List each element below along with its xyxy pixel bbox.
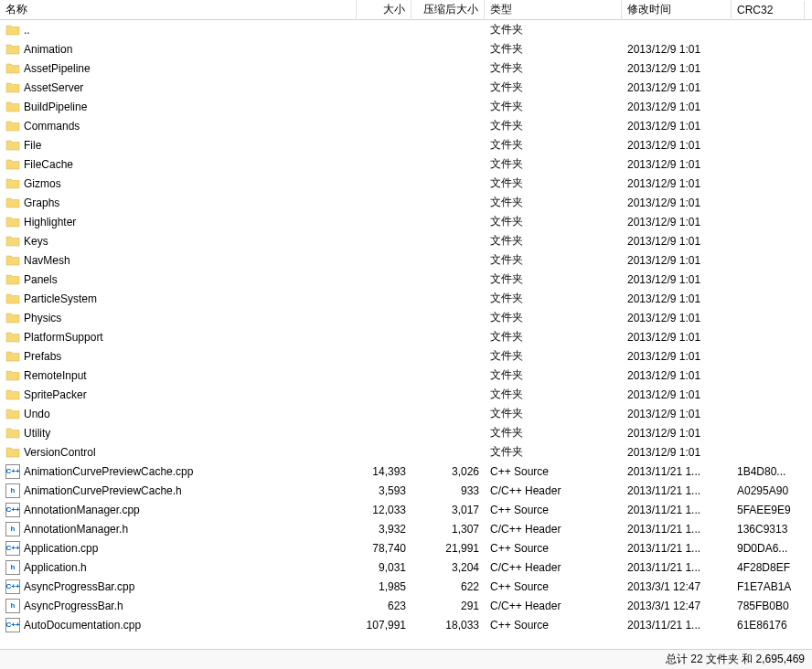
file-row[interactable]: Panels文件夹2013/12/9 1:01 bbox=[0, 270, 812, 289]
file-name: AnimationCurvePreviewCache.h bbox=[24, 484, 182, 497]
name-cell[interactable]: hAsyncProgressBar.h bbox=[0, 597, 357, 615]
name-cell[interactable]: Undo bbox=[0, 405, 357, 423]
file-row[interactable]: SpritePacker文件夹2013/12/9 1:01 bbox=[0, 385, 812, 404]
column-header-crc[interactable]: CRC32 bbox=[732, 1, 805, 19]
size-cell: 623 bbox=[357, 598, 411, 614]
file-name: Physics bbox=[24, 312, 61, 324]
column-header-type[interactable]: 类型 bbox=[485, 0, 622, 20]
name-cell[interactable]: Gizmos bbox=[0, 175, 357, 193]
file-row[interactable]: Keys文件夹2013/12/9 1:01 bbox=[0, 231, 812, 250]
type-cell: C/C++ Header bbox=[485, 559, 622, 576]
file-name: Undo bbox=[24, 408, 50, 420]
file-row[interactable]: hAnnotationManager.h3,9321,307C/C++ Head… bbox=[0, 519, 812, 538]
size-cell bbox=[357, 451, 411, 454]
file-row[interactable]: hAnimationCurvePreviewCache.h3,593933C/C… bbox=[0, 481, 812, 500]
file-row[interactable]: AssetPipeline文件夹2013/12/9 1:01 bbox=[0, 58, 812, 78]
name-cell[interactable]: Commands bbox=[0, 117, 357, 135]
name-cell[interactable]: PlatformSupport bbox=[0, 328, 357, 346]
name-cell[interactable]: AssetServer bbox=[0, 79, 357, 97]
compressed-cell bbox=[411, 278, 485, 281]
file-row[interactable]: Highlighter文件夹2013/12/9 1:01 bbox=[0, 212, 812, 231]
file-row[interactable]: Prefabs文件夹2013/12/9 1:01 bbox=[0, 346, 812, 366]
cpp-file-icon: C++ bbox=[5, 464, 20, 479]
size-cell bbox=[357, 259, 411, 262]
name-cell[interactable]: Animation bbox=[0, 40, 357, 58]
file-row[interactable]: C++AnimationCurvePreviewCache.cpp14,3933… bbox=[0, 462, 812, 481]
name-cell[interactable]: Physics bbox=[0, 309, 357, 327]
type-cell: 文件夹 bbox=[485, 346, 622, 366]
name-cell[interactable]: SpritePacker bbox=[0, 386, 357, 404]
column-header-name[interactable]: 名称 bbox=[0, 0, 357, 20]
crc-cell bbox=[732, 105, 805, 109]
name-cell[interactable]: hAnnotationManager.h bbox=[0, 520, 357, 538]
compressed-cell: 933 bbox=[411, 483, 485, 499]
name-cell[interactable]: Graphs bbox=[0, 194, 357, 212]
file-row[interactable]: C++Application.cpp78,74021,991C++ Source… bbox=[0, 538, 812, 558]
file-row[interactable]: C++AnnotationManager.cpp12,0333,017C++ S… bbox=[0, 500, 812, 519]
compressed-cell bbox=[411, 182, 485, 186]
crc-cell: 4F28D8EF bbox=[732, 559, 805, 576]
folder-icon bbox=[5, 119, 20, 133]
name-cell[interactable]: Highlighter bbox=[0, 213, 357, 231]
name-cell[interactable]: .. bbox=[0, 21, 357, 39]
file-row[interactable]: File文件夹2013/12/9 1:01 bbox=[0, 135, 812, 154]
file-row[interactable]: Undo文件夹2013/12/9 1:01 bbox=[0, 404, 812, 423]
file-row[interactable]: hApplication.h9,0313,204C/C++ Header2013… bbox=[0, 558, 812, 577]
file-list[interactable]: ..文件夹Animation文件夹2013/12/9 1:01AssetPipe… bbox=[0, 20, 812, 649]
name-cell[interactable]: BuildPipeline bbox=[0, 98, 357, 116]
file-row[interactable]: ParticleSystem文件夹2013/12/9 1:01 bbox=[0, 289, 812, 308]
file-row[interactable]: Physics文件夹2013/12/9 1:01 bbox=[0, 308, 812, 327]
name-cell[interactable]: C++AsyncProgressBar.cpp bbox=[0, 578, 357, 596]
file-row[interactable]: C++AsyncProgressBar.cpp1,985622C++ Sourc… bbox=[0, 577, 812, 596]
name-cell[interactable]: AssetPipeline bbox=[0, 59, 357, 78]
name-cell[interactable]: hAnimationCurvePreviewCache.h bbox=[0, 482, 357, 500]
header-file-icon: h bbox=[5, 483, 20, 498]
file-row[interactable]: RemoteInput文件夹2013/12/9 1:01 bbox=[0, 366, 812, 385]
name-cell[interactable]: VersionControl bbox=[0, 443, 357, 462]
column-header-compressed[interactable]: 压缩后大小 bbox=[411, 0, 485, 20]
folder-icon bbox=[5, 138, 20, 153]
file-row[interactable]: C++AutoDocumentation.cpp107,99118,033C++… bbox=[0, 615, 812, 634]
file-row[interactable]: BuildPipeline文件夹2013/12/9 1:01 bbox=[0, 97, 812, 116]
crc-cell bbox=[732, 355, 805, 358]
file-row[interactable]: Commands文件夹2013/12/9 1:01 bbox=[0, 116, 812, 135]
name-cell[interactable]: C++AnnotationManager.cpp bbox=[0, 501, 357, 519]
name-cell[interactable]: hApplication.h bbox=[0, 558, 357, 577]
name-cell[interactable]: C++AnimationCurvePreviewCache.cpp bbox=[0, 462, 357, 481]
file-row[interactable]: Animation文件夹2013/12/9 1:01 bbox=[0, 39, 812, 58]
size-cell bbox=[357, 124, 411, 128]
file-row[interactable]: Gizmos文件夹2013/12/9 1:01 bbox=[0, 174, 812, 193]
column-header-modified[interactable]: 修改时间 bbox=[622, 0, 732, 20]
modified-cell bbox=[622, 28, 732, 32]
file-row[interactable]: VersionControl文件夹2013/12/9 1:01 bbox=[0, 442, 812, 462]
name-cell[interactable]: Panels bbox=[0, 271, 357, 289]
file-row[interactable]: PlatformSupport文件夹2013/12/9 1:01 bbox=[0, 327, 812, 346]
type-cell: 文件夹 bbox=[485, 366, 622, 385]
file-row[interactable]: Utility文件夹2013/12/9 1:01 bbox=[0, 423, 812, 442]
name-cell[interactable]: C++AutoDocumentation.cpp bbox=[0, 616, 357, 634]
file-row[interactable]: AssetServer文件夹2013/12/9 1:01 bbox=[0, 78, 812, 97]
name-cell[interactable]: ParticleSystem bbox=[0, 290, 357, 308]
name-cell[interactable]: RemoteInput bbox=[0, 366, 357, 385]
compressed-cell bbox=[411, 431, 485, 435]
name-cell[interactable]: Utility bbox=[0, 424, 357, 442]
file-row[interactable]: Graphs文件夹2013/12/9 1:01 bbox=[0, 193, 812, 212]
name-cell[interactable]: Prefabs bbox=[0, 347, 357, 366]
name-cell[interactable]: C++Application.cpp bbox=[0, 539, 357, 558]
compressed-cell bbox=[411, 374, 485, 377]
file-name: Prefabs bbox=[24, 350, 61, 363]
column-header-size[interactable]: 大小 bbox=[357, 0, 411, 20]
file-row[interactable]: ..文件夹 bbox=[0, 20, 812, 39]
type-cell: 文件夹 bbox=[485, 20, 622, 39]
size-cell: 12,033 bbox=[357, 502, 411, 518]
modified-cell: 2013/11/21 1... bbox=[622, 617, 732, 633]
file-name: AnnotationManager.h bbox=[24, 523, 128, 536]
folder-icon bbox=[5, 426, 20, 441]
file-row[interactable]: FileCache文件夹2013/12/9 1:01 bbox=[0, 154, 812, 174]
name-cell[interactable]: FileCache bbox=[0, 155, 357, 174]
name-cell[interactable]: Keys bbox=[0, 232, 357, 250]
name-cell[interactable]: File bbox=[0, 136, 357, 154]
name-cell[interactable]: NavMesh bbox=[0, 251, 357, 270]
file-row[interactable]: hAsyncProgressBar.h623291C/C++ Header201… bbox=[0, 596, 812, 615]
file-row[interactable]: NavMesh文件夹2013/12/9 1:01 bbox=[0, 250, 812, 270]
